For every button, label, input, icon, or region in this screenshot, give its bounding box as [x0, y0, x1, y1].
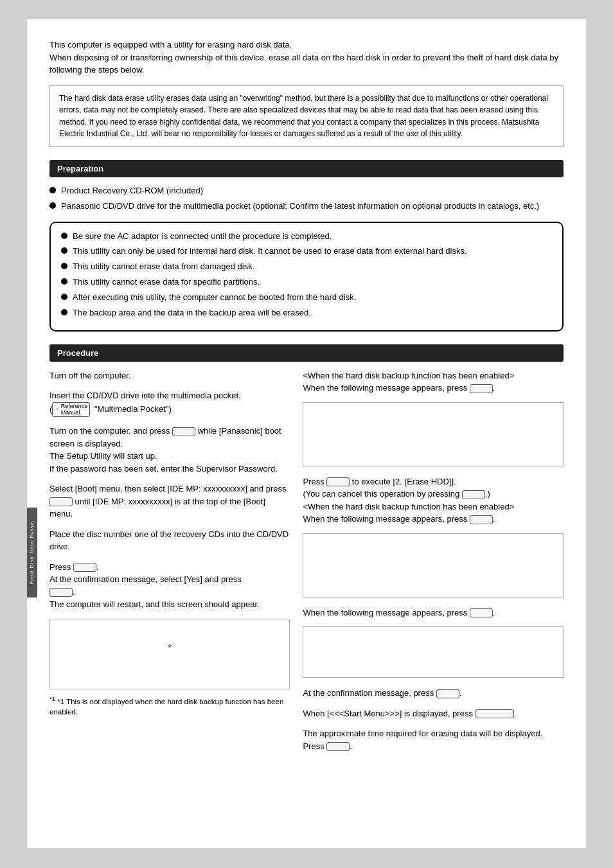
- step1: Turn off the computer.: [49, 369, 290, 382]
- step1-text: Turn off the computer.: [49, 371, 130, 380]
- step5: Place the disc number one of the recover…: [49, 528, 290, 553]
- list-item: After executing this utility, the comput…: [61, 292, 552, 304]
- step-r6: The approximate time required for erasin…: [303, 727, 564, 752]
- enter-key1: [73, 563, 96, 572]
- procedure-columns: Turn off the computer. Insert the CD/DVD…: [49, 369, 564, 761]
- preparation-list: Product Recovery CD-ROM (included) Panas…: [49, 185, 564, 213]
- step-r3: When the following message appears, pres…: [303, 607, 564, 619]
- intro-section: This computer is equipped with a utility…: [49, 39, 564, 76]
- step-r4: At the confirmation message, press .: [303, 687, 564, 700]
- f2-key: [172, 427, 195, 436]
- bullet-icon: [61, 233, 67, 239]
- step3-text: Turn on the computer, and press while [P…: [49, 426, 281, 474]
- step-r6-text: The approximate time required for erasin…: [303, 729, 542, 751]
- enter-key-r5: [475, 709, 514, 718]
- right-screen-box-2: [303, 533, 564, 598]
- step-r2-text: Press to execute [2. [Erase HDD]]. (You …: [303, 477, 514, 524]
- bullet-icon: [61, 294, 67, 300]
- reference-icon: ☞ ReferenceManual: [52, 402, 90, 418]
- right-screen-box-1: [303, 402, 564, 466]
- bullet-icon: [49, 187, 56, 193]
- step2: Insert the CD/DVD drive into the multime…: [49, 389, 290, 417]
- step6: Press . At the confirmation message, sel…: [49, 561, 290, 611]
- step2-ref: (☞ ReferenceManual "Multimedia Pocket"): [49, 404, 172, 414]
- step-r5: When [<<<Start Menu>>>] is displayed, pr…: [303, 707, 564, 720]
- step2-text: Insert the CD/DVD drive into the multime…: [49, 391, 241, 400]
- esc-key: [462, 490, 485, 499]
- list-item: The backup area and the data in the back…: [61, 307, 552, 319]
- enter-key-r3: [470, 608, 493, 617]
- step-r5-text: When [<<<Start Menu>>>] is displayed, pr…: [303, 709, 516, 718]
- section2-header: Procedure: [49, 344, 564, 362]
- enter-key2: [49, 588, 73, 597]
- side-accent-label: Hard Disk Data Erase: [30, 521, 35, 583]
- bullet-icon: [61, 309, 67, 315]
- left-screen-box: *: [49, 619, 290, 689]
- list-item: This utility cannot erase data from dama…: [61, 261, 552, 273]
- bullet-icon: [49, 202, 56, 209]
- warning-text: The hard disk data erase utility erases …: [59, 94, 548, 139]
- step-r4-text: At the confirmation message, press .: [303, 688, 461, 698]
- step-r1: <When the hard disk backup function has …: [303, 369, 564, 394]
- section1-header: Preparation: [49, 160, 564, 177]
- step-r3-text: When the following message appears, pres…: [303, 608, 495, 617]
- caution-list: Be sure the AC adaptor is connected unti…: [61, 231, 552, 319]
- list-item: This utility can only be used for intern…: [61, 245, 552, 258]
- f5f6-key: [49, 497, 73, 506]
- right-column: <When the hard disk backup function has …: [303, 369, 564, 761]
- list-item: Product Recovery CD-ROM (included): [49, 185, 564, 197]
- warning-box: The hard disk data erase utility erases …: [49, 85, 564, 147]
- side-accent-bar: Hard Disk Data Erase: [27, 508, 37, 598]
- enter-key-r2b: [470, 515, 493, 524]
- bullet-icon: [61, 247, 67, 254]
- caution-box: Be sure the AC adaptor is connected unti…: [49, 222, 564, 332]
- step6-text: Press . At the confirmation message, sel…: [49, 562, 260, 610]
- intro-line2: When disposing of or transferring owners…: [49, 51, 564, 76]
- intro-line1: This computer is equipped with a utility…: [49, 39, 564, 51]
- step5-text: Place the disc number one of the recover…: [49, 529, 289, 552]
- list-item: Panasonic CD/DVD drive for the multimedi…: [49, 200, 564, 213]
- enter-key-r1: [470, 384, 493, 393]
- enter-key-r2: [326, 477, 350, 486]
- enter-key-r6: [326, 742, 350, 751]
- bullet-icon: [61, 278, 67, 285]
- list-item: This utility cannot erase data for speci…: [61, 276, 552, 288]
- step-r1-text: When the following message appears, pres…: [303, 383, 495, 393]
- bullet-icon: [61, 263, 67, 269]
- screen-asterisk-text: *: [53, 623, 286, 653]
- page: This computer is equipped with a utility…: [27, 19, 586, 848]
- step-r2: Press to execute [2. [Erase HDD]]. (You …: [303, 475, 564, 526]
- enter-key-r4: [436, 689, 459, 698]
- left-column: Turn off the computer. Insert the CD/DVD…: [49, 369, 290, 761]
- step4-text: Select [Boot] menu, then select [IDE MP:…: [49, 484, 286, 518]
- step3: Turn on the computer, and press while [P…: [49, 425, 290, 475]
- step4: Select [Boot] menu, then select [IDE MP:…: [49, 483, 290, 520]
- footnote: *1 *1 This is not displayed when the har…: [49, 695, 290, 717]
- step-r1-header: <When the hard disk backup function has …: [303, 371, 514, 380]
- list-item: Be sure the AC adaptor is connected unti…: [61, 231, 552, 243]
- right-screen-box-3: [303, 626, 564, 678]
